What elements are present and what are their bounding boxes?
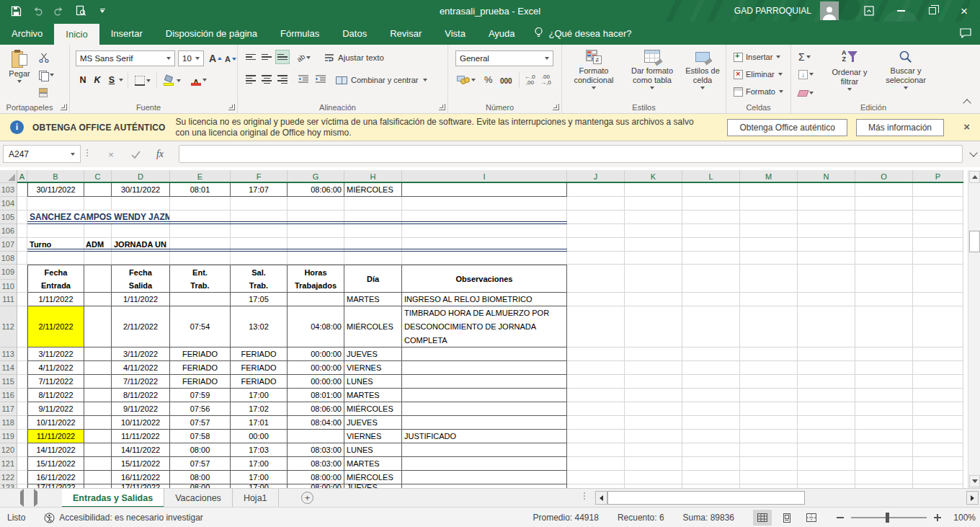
cell[interactable]: [798, 402, 855, 416]
underline-button[interactable]: S: [104, 73, 125, 87]
zoom-out-icon[interactable]: [837, 517, 844, 518]
cell[interactable]: [625, 457, 682, 471]
cell[interactable]: [855, 224, 913, 238]
dialog-launcher-icon[interactable]: [553, 104, 559, 110]
cell[interactable]: Observaciones: [402, 265, 567, 293]
insert-cells-button[interactable]: Insertar: [732, 50, 782, 64]
cell[interactable]: [625, 361, 682, 375]
row-header-114[interactable]: 114: [0, 361, 17, 375]
cell[interactable]: 11/11/2022: [112, 430, 170, 443]
cell[interactable]: 07:54: [170, 306, 231, 347]
cell[interactable]: [17, 443, 27, 457]
row-header-121[interactable]: 121: [0, 457, 17, 471]
cell[interactable]: [567, 183, 625, 197]
tab-formulas[interactable]: Fórmulas: [269, 22, 331, 45]
cell[interactable]: [402, 361, 567, 375]
cell[interactable]: [798, 361, 855, 375]
namebox-resize-grip[interactable]: [86, 149, 88, 156]
row-header-108[interactable]: 108: [0, 252, 17, 265]
cell[interactable]: [84, 416, 112, 430]
accessibility-status[interactable]: Accesibilidad: es necesario investigar: [44, 513, 202, 523]
cell[interactable]: [567, 306, 625, 347]
cell[interactable]: [798, 252, 855, 265]
cell[interactable]: [231, 197, 288, 211]
cell[interactable]: [740, 347, 798, 361]
zoom-in-icon[interactable]: [934, 514, 941, 521]
close-warning-icon[interactable]: ×: [963, 120, 970, 133]
tab-archivo[interactable]: Archivo: [0, 22, 54, 45]
find-select-button[interactable]: Buscar y seleccionar: [876, 50, 935, 89]
cell[interactable]: 30/11/2022: [112, 183, 170, 197]
cell[interactable]: 15/11/2022: [27, 457, 84, 471]
cell[interactable]: [740, 306, 798, 347]
cell[interactable]: [913, 416, 963, 430]
cell[interactable]: [855, 457, 913, 471]
cell[interactable]: [17, 265, 27, 293]
cell[interactable]: [567, 211, 625, 224]
cell[interactable]: [682, 183, 740, 197]
cell[interactable]: [682, 211, 740, 224]
cell[interactable]: [740, 265, 798, 293]
cell[interactable]: [798, 306, 855, 347]
cell[interactable]: [402, 457, 567, 471]
cell[interactable]: [344, 252, 402, 265]
decrease-indent-button[interactable]: [295, 72, 311, 87]
cell[interactable]: [17, 471, 27, 484]
cell[interactable]: [288, 430, 344, 443]
cell[interactable]: [402, 347, 567, 361]
cell[interactable]: [112, 224, 170, 238]
cell[interactable]: [855, 361, 913, 375]
cell[interactable]: MIÉRCOLES: [344, 471, 402, 484]
cell[interactable]: 07:57: [170, 457, 231, 471]
tabbar-resize-grip[interactable]: [584, 492, 585, 500]
format-cells-button[interactable]: Formato: [732, 84, 785, 99]
number-format-select[interactable]: General: [455, 50, 553, 66]
cell[interactable]: [913, 457, 963, 471]
cell[interactable]: [17, 402, 27, 416]
tab-vista[interactable]: Vista: [433, 22, 477, 45]
cell[interactable]: [625, 416, 682, 430]
copy-button[interactable]: [37, 68, 55, 82]
sheet-tab-vacaciones[interactable]: Vacaciones: [164, 489, 233, 508]
cell[interactable]: [740, 197, 798, 211]
cell[interactable]: [567, 402, 625, 416]
cell[interactable]: [567, 361, 625, 375]
cell[interactable]: [625, 265, 682, 293]
cell-styles-button[interactable]: Estilos de celda: [682, 50, 723, 89]
cell[interactable]: [625, 402, 682, 416]
cell[interactable]: [27, 197, 84, 211]
cell[interactable]: [740, 416, 798, 430]
cell[interactable]: 08:06:00: [288, 183, 344, 197]
cell[interactable]: [84, 224, 112, 238]
cell[interactable]: [17, 306, 27, 347]
feedback-comment-icon[interactable]: [960, 22, 971, 45]
cell[interactable]: [84, 293, 112, 306]
cell[interactable]: [567, 238, 625, 252]
cell[interactable]: [170, 252, 231, 265]
cell[interactable]: [567, 375, 625, 389]
cell[interactable]: 17:03: [231, 443, 288, 457]
cell[interactable]: [84, 471, 112, 484]
cell[interactable]: JUEVES: [344, 416, 402, 430]
align-right-button[interactable]: [275, 72, 290, 87]
cell[interactable]: 16/11/2022: [27, 471, 84, 484]
increase-indent-button[interactable]: [313, 72, 329, 87]
cell[interactable]: [740, 293, 798, 306]
customize-qat-icon[interactable]: [94, 2, 111, 19]
autosum-button[interactable]: Σ: [797, 50, 812, 64]
cell[interactable]: [855, 471, 913, 484]
cell[interactable]: [913, 265, 963, 293]
cell[interactable]: [27, 252, 84, 265]
cell[interactable]: [798, 347, 855, 361]
cell[interactable]: [682, 293, 740, 306]
cut-button[interactable]: [37, 50, 50, 65]
cell[interactable]: [740, 457, 798, 471]
cell[interactable]: 17:00: [231, 471, 288, 484]
cell[interactable]: [682, 416, 740, 430]
cell[interactable]: FERIADO: [231, 361, 288, 375]
save-icon[interactable]: [7, 2, 24, 19]
scroll-down-icon[interactable]: [969, 475, 980, 487]
cell[interactable]: [84, 183, 112, 197]
vertical-scroll-thumb[interactable]: [969, 231, 980, 252]
cell[interactable]: [402, 471, 567, 484]
